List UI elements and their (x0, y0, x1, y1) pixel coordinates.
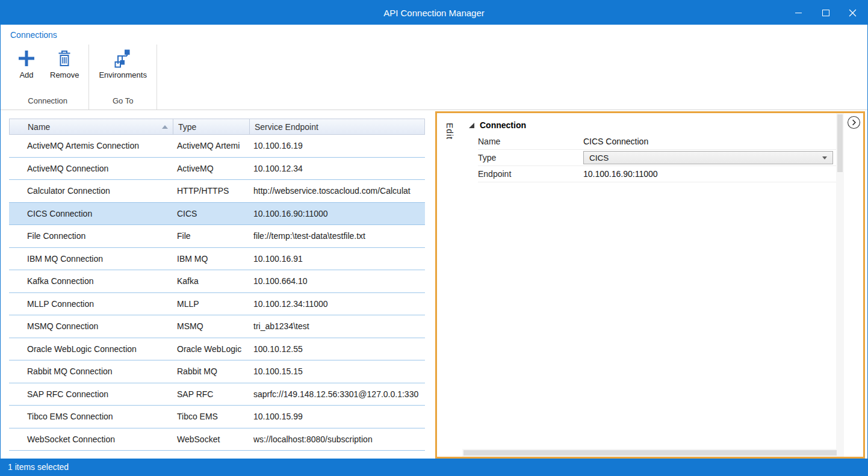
status-text: 1 items selected (8, 462, 69, 472)
cell-name: IBM MQ Connection (9, 254, 172, 264)
edit-scroll-area: Connection NameCICS ConnectionTypeCICSEn… (462, 113, 844, 449)
column-header-name-label: Name (28, 122, 50, 132)
group-label-connection: Connection (7, 95, 88, 110)
table-row[interactable]: ActiveMQ Artemis ConnectionActiveMQ Arte… (9, 135, 425, 158)
column-header-endpoint-label: Service Endpoint (255, 122, 318, 132)
environments-button-label: Environments (99, 70, 146, 79)
add-button-label: Add (19, 70, 33, 79)
titlebar: API Connection Manager (1, 1, 867, 25)
remove-button-label: Remove (50, 70, 79, 79)
cell-type: Oracle WebLogic (172, 344, 249, 354)
table-row[interactable]: CICS ConnectionCICS10.100.16.90:11000 (9, 203, 425, 226)
close-button[interactable] (839, 1, 866, 25)
close-icon (849, 9, 857, 17)
table-row[interactable]: File ConnectionFilefile://temp:\test-dat… (9, 225, 425, 248)
tab-connections[interactable]: Connections (10, 30, 57, 40)
table-row[interactable]: MSMQ ConnectionMSMQtri_ab1234\test (9, 315, 425, 338)
tab-edit[interactable]: Edit (445, 123, 454, 140)
ribbon-group-connection: Add Remove Connection (7, 45, 89, 110)
type-select[interactable]: CICS (583, 151, 833, 164)
cell-name: ActiveMQ Artemis Connection (9, 141, 172, 150)
cell-type: IBM MQ (172, 254, 249, 264)
cell-name: Rabbit MQ Connection (9, 366, 172, 376)
chevron-down-icon (822, 156, 827, 159)
maximize-button[interactable] (812, 1, 839, 25)
endpoint-field-label: Endpoint (478, 169, 583, 179)
cell-endpoint: 10.100.16.91 (249, 254, 425, 264)
cell-endpoint: 10.100.16.90:11000 (249, 209, 425, 218)
cell-name: Kafka Connection (9, 276, 172, 286)
minimize-button[interactable] (785, 1, 812, 25)
main-area: Name Type Service Endpoint ActiveMQ Arte… (1, 110, 867, 459)
cell-endpoint: 10.100.16.19 (249, 141, 425, 150)
table-row[interactable]: MLLP ConnectionMLLP10.100.12.34:11000 (9, 293, 425, 316)
connections-table: Name Type Service Endpoint ActiveMQ Arte… (9, 119, 425, 451)
cell-endpoint: ws://localhost:8080/subscription (249, 434, 425, 444)
cell-name: SAP RFC Connection (9, 389, 172, 399)
table-row[interactable]: Kafka ConnectionKafka10.100.664.10 (9, 270, 425, 293)
trash-icon (54, 48, 75, 69)
cell-endpoint: 10.100.664.10 (249, 276, 425, 286)
cell-name: MSMQ Connection (9, 321, 172, 331)
table-row[interactable]: ActiveMQ ConnectionActiveMQ10.100.12.34 (9, 158, 425, 181)
environments-button[interactable]: Environments (94, 47, 151, 81)
cell-type: HTTP/HTTPS (172, 186, 249, 196)
table-row[interactable]: Tibco EMS ConnectionTibco EMS10.100.15.9… (9, 406, 425, 428)
chevron-right-icon (847, 116, 861, 129)
horizontal-scrollbar[interactable] (462, 449, 844, 457)
column-header-type[interactable]: Type (173, 119, 249, 134)
statusbar: 1 items selected (1, 459, 867, 475)
ribbon-group-goto: Environments Go To (89, 45, 157, 110)
table-header: Name Type Service Endpoint (9, 119, 425, 135)
collapse-panel-button[interactable] (847, 116, 861, 129)
sort-ascending-icon (162, 125, 168, 129)
expander-title: Connection (480, 120, 526, 130)
field-row: Endpoint10.100.16.90:11000 (478, 166, 836, 182)
window-controls (785, 1, 866, 25)
field-row: TypeCICS (478, 150, 836, 166)
vertical-scrollbar-thumb[interactable] (837, 114, 843, 172)
expander-collapse-icon (469, 123, 474, 128)
cell-type: MSMQ (172, 321, 249, 331)
cell-type: Kafka (172, 276, 249, 286)
edit-panel: Edit Connection NameCICS ConnectionTypeC… (435, 111, 865, 459)
cell-endpoint: 100.10.12.55 (249, 344, 425, 354)
table-row[interactable]: Rabbit MQ ConnectionRabbit MQ10.100.15.1… (9, 360, 425, 383)
vertical-scrollbar[interactable] (836, 113, 844, 449)
cell-type: Tibco EMS (172, 412, 249, 421)
column-header-name[interactable]: Name (10, 119, 173, 134)
name-value[interactable]: CICS Connection (583, 137, 836, 146)
table-row[interactable]: Calculator ConnectionHTTP/HTTPShttp://we… (9, 180, 425, 203)
table-row[interactable]: WebSocket ConnectionWebSocketws://localh… (9, 428, 425, 451)
field-row: NameCICS Connection (478, 134, 836, 150)
cell-endpoint: file://temp:\test-data\testfile.txt (249, 231, 425, 241)
column-header-service-endpoint[interactable]: Service Endpoint (249, 119, 424, 134)
edit-tab-strip: Edit (437, 113, 462, 457)
table-row[interactable]: Oracle WebLogic ConnectionOracle WebLogi… (9, 338, 425, 361)
cell-name: File Connection (9, 231, 172, 241)
cell-name: CICS Connection (9, 209, 172, 218)
name-field-label: Name (478, 137, 583, 146)
column-header-type-label: Type (178, 122, 196, 132)
edit-panel-content: Connection NameCICS ConnectionTypeCICSEn… (462, 113, 844, 457)
connection-expander[interactable]: Connection (462, 113, 836, 134)
cell-type: WebSocket (172, 434, 249, 444)
cell-endpoint: saprfc://149.148.12.56:3301@127.0.0.1:33… (249, 389, 425, 399)
cell-endpoint: 10.100.12.34 (249, 164, 425, 173)
cell-type: File (172, 231, 249, 241)
cell-name: MLLP Connection (9, 299, 172, 309)
panel-collapse-strip (844, 113, 863, 457)
cell-endpoint: tri_ab1234\test (249, 321, 425, 331)
cell-endpoint: http://webservice.toscacloud.com/Calcula… (249, 186, 425, 196)
connection-group-buttons: Add Remove (7, 45, 88, 95)
cell-endpoint: 10.100.12.34:11000 (249, 299, 425, 309)
add-button[interactable]: Add (11, 47, 42, 81)
window-title: API Connection Manager (383, 8, 485, 18)
table-row[interactable]: IBM MQ ConnectionIBM MQ10.100.16.91 (9, 248, 425, 271)
endpoint-value[interactable]: 10.100.16.90:11000 (583, 169, 836, 179)
table-row[interactable]: SAP RFC ConnectionSAP RFCsaprfc://149.14… (9, 383, 425, 406)
remove-button[interactable]: Remove (45, 47, 84, 81)
horizontal-scrollbar-thumb[interactable] (463, 450, 837, 456)
cell-name: Calculator Connection (9, 186, 172, 196)
cell-endpoint: 10.100.15.99 (249, 412, 425, 421)
